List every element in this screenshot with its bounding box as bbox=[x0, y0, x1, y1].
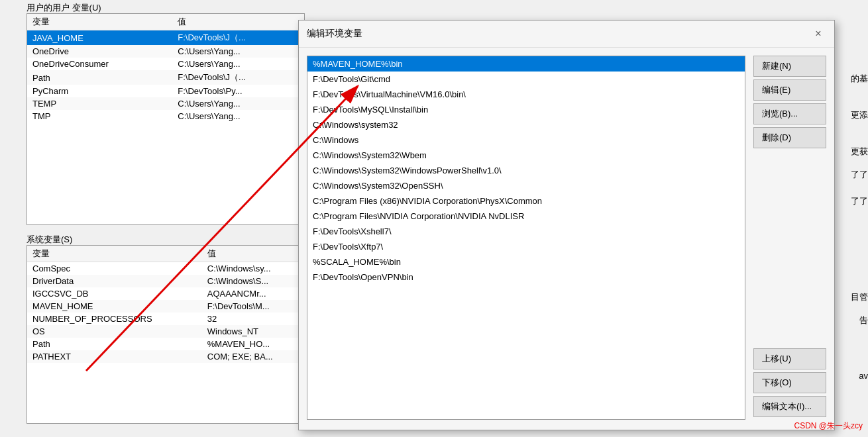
right-side-text: 更添 bbox=[851, 109, 868, 121]
sys-var-row[interactable]: ComSpec C:\Windows\sy... bbox=[27, 262, 304, 275]
path-list-item[interactable]: F:\DevTools\Git\cmd bbox=[307, 72, 745, 87]
path-list-item[interactable]: C:\Windows\system32 bbox=[307, 117, 745, 132]
sys-var-row[interactable]: Path %MAVEN_HO... bbox=[27, 338, 304, 350]
user-var-name: Path bbox=[27, 70, 172, 85]
user-var-row[interactable]: OneDrive C:\Users\Yang... bbox=[27, 45, 304, 58]
edit-text-button[interactable]: 编辑文本(I)... bbox=[753, 396, 826, 417]
sys-var-value: C:\Windows\S... bbox=[202, 275, 304, 287]
path-list-item[interactable]: F:\DevTools\MySQL\Install\bin bbox=[307, 102, 745, 117]
sys-var-row[interactable]: NUMBER_OF_PROCESSORS 32 bbox=[27, 313, 304, 325]
new-button[interactable]: 新建(N) bbox=[753, 56, 826, 77]
sys-var-value: %MAVEN_HO... bbox=[202, 338, 304, 350]
dialog-body: %MAVEN_HOME%\binF:\DevTools\Git\cmdF:\De… bbox=[299, 48, 834, 428]
delete-button[interactable]: 删除(D) bbox=[753, 127, 826, 148]
user-var-row[interactable]: TMP C:\Users\Yang... bbox=[27, 110, 304, 122]
sys-col-val: 值 bbox=[202, 246, 304, 262]
user-var-name: OneDriveConsumer bbox=[27, 58, 172, 70]
path-list-item[interactable]: C:\Program Files\NVIDIA Corporation\NVID… bbox=[307, 209, 745, 224]
path-list: %MAVEN_HOME%\binF:\DevTools\Git\cmdF:\De… bbox=[307, 56, 745, 285]
sys-var-name: PATHEXT bbox=[27, 350, 202, 363]
sys-var-name: MAVEN_HOME bbox=[27, 300, 202, 313]
sys-var-name: Path bbox=[27, 338, 202, 350]
dialog-titlebar: 编辑环境变量 × bbox=[299, 21, 834, 48]
right-side-text: 更获 bbox=[851, 146, 868, 158]
user-vars-panel: 变量 值 JAVA_HOME F:\DevTools\J（...OneDrive… bbox=[27, 13, 305, 225]
user-var-value: F:\DevTools\Py... bbox=[172, 85, 304, 97]
user-var-row[interactable]: Path F:\DevTools\J（... bbox=[27, 70, 304, 85]
path-list-item[interactable]: F:\DevTools\VirtualMachine\VM16.0\bin\ bbox=[307, 87, 745, 102]
sys-var-value: 32 bbox=[202, 313, 304, 325]
user-var-name: JAVA_HOME bbox=[27, 30, 172, 46]
user-var-row[interactable]: TEMP C:\Users\Yang... bbox=[27, 97, 304, 110]
right-side-text: 告 bbox=[859, 315, 868, 326]
user-var-value: F:\DevTools\J（... bbox=[172, 30, 304, 46]
user-var-row[interactable]: JAVA_HOME F:\DevTools\J（... bbox=[27, 30, 304, 46]
user-vars-label: 用户的用户 变量(U) bbox=[27, 2, 101, 14]
path-list-item[interactable]: C:\Windows\System32\Wbem bbox=[307, 148, 745, 163]
right-side-text: av bbox=[859, 371, 868, 381]
dialog-close-button[interactable]: × bbox=[810, 26, 826, 42]
user-var-row[interactable]: PyCharm F:\DevTools\Py... bbox=[27, 85, 304, 97]
right-side-text: 了了 bbox=[851, 169, 868, 181]
user-var-value: C:\Users\Yang... bbox=[172, 58, 304, 70]
sys-var-name: NUMBER_OF_PROCESSORS bbox=[27, 313, 202, 325]
sys-var-value: AQAAANCMr... bbox=[202, 287, 304, 300]
user-var-value: C:\Users\Yang... bbox=[172, 45, 304, 58]
move-down-button[interactable]: 下移(O) bbox=[753, 372, 826, 393]
sys-var-row[interactable]: DriverData C:\Windows\S... bbox=[27, 275, 304, 287]
edit-env-dialog: 编辑环境变量 × %MAVEN_HOME%\binF:\DevTools\Git… bbox=[298, 20, 835, 430]
right-side-text: 目管 bbox=[851, 291, 868, 303]
path-list-item[interactable]: C:\Windows\System32\WindowsPowerShell\v1… bbox=[307, 163, 745, 178]
path-list-item[interactable]: F:\DevTools\Xshell7\ bbox=[307, 224, 745, 239]
user-col-var: 变量 bbox=[27, 14, 172, 30]
path-list-item[interactable]: F:\DevTools\OpenVPN\bin bbox=[307, 269, 745, 285]
sys-var-name: DriverData bbox=[27, 275, 202, 287]
sys-var-value: Windows_NT bbox=[202, 325, 304, 338]
sys-vars-panel: 变量 值 ComSpec C:\Windows\sy...DriverData … bbox=[27, 245, 305, 424]
user-var-value: C:\Users\Yang... bbox=[172, 97, 304, 110]
sys-vars-table: 变量 值 ComSpec C:\Windows\sy...DriverData … bbox=[27, 246, 304, 363]
sys-var-name: OS bbox=[27, 325, 202, 338]
right-side-text: 了了 bbox=[851, 195, 868, 207]
dialog-title: 编辑环境变量 bbox=[307, 28, 362, 40]
user-col-val: 值 bbox=[172, 14, 304, 30]
edit-button[interactable]: 编辑(E) bbox=[753, 79, 826, 101]
user-var-value: F:\DevTools\J（... bbox=[172, 70, 304, 85]
path-list-item[interactable]: C:\Windows bbox=[307, 132, 745, 148]
sys-var-value: F:\DevTools\M... bbox=[202, 300, 304, 313]
path-list-container[interactable]: %MAVEN_HOME%\binF:\DevTools\Git\cmdF:\De… bbox=[307, 56, 745, 420]
sys-var-name: ComSpec bbox=[27, 262, 202, 275]
path-list-item[interactable]: C:\Windows\System32\OpenSSH\ bbox=[307, 178, 745, 193]
sys-col-var: 变量 bbox=[27, 246, 202, 262]
path-list-item[interactable]: F:\DevTools\Xftp7\ bbox=[307, 239, 745, 254]
watermark: CSDN @朱一头zcy bbox=[794, 420, 863, 432]
user-var-name: OneDrive bbox=[27, 45, 172, 58]
sys-var-name: IGCCSVC_DB bbox=[27, 287, 202, 300]
right-side-text: 的基 bbox=[851, 73, 868, 85]
sys-var-row[interactable]: MAVEN_HOME F:\DevTools\M... bbox=[27, 300, 304, 313]
sys-var-value: COM; EXE; BA... bbox=[202, 350, 304, 363]
dialog-buttons-panel: 新建(N)编辑(E)浏览(B)...删除(D) 上移(U)下移(O)编辑文本(I… bbox=[753, 56, 826, 420]
path-list-item[interactable]: %SCALA_HOME%\bin bbox=[307, 254, 745, 269]
sys-var-value: C:\Windows\sy... bbox=[202, 262, 304, 275]
move-up-button[interactable]: 上移(U) bbox=[753, 348, 826, 369]
sys-vars-label: 系统变量(S) bbox=[27, 234, 72, 246]
sys-var-row[interactable]: PATHEXT COM; EXE; BA... bbox=[27, 350, 304, 363]
browse-button[interactable]: 浏览(B)... bbox=[753, 103, 826, 124]
user-var-name: TMP bbox=[27, 110, 172, 122]
user-var-name: PyCharm bbox=[27, 85, 172, 97]
user-vars-table: 变量 值 JAVA_HOME F:\DevTools\J（...OneDrive… bbox=[27, 14, 304, 122]
path-list-item[interactable]: C:\Program Files (x86)\NVIDIA Corporatio… bbox=[307, 193, 745, 209]
sys-var-row[interactable]: OS Windows_NT bbox=[27, 325, 304, 338]
user-var-value: C:\Users\Yang... bbox=[172, 110, 304, 122]
user-var-row[interactable]: OneDriveConsumer C:\Users\Yang... bbox=[27, 58, 304, 70]
sys-var-row[interactable]: IGCCSVC_DB AQAAANCMr... bbox=[27, 287, 304, 300]
path-list-item[interactable]: %MAVEN_HOME%\bin bbox=[307, 56, 745, 72]
user-var-name: TEMP bbox=[27, 97, 172, 110]
